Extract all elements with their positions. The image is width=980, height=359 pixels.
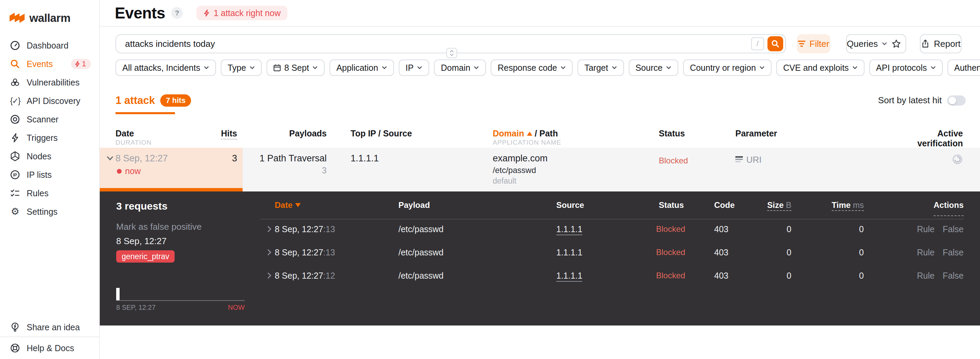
active-verification-icon[interactable] [952,154,963,168]
chevron-down-icon [204,66,209,69]
request-payload: /etc/passwd [398,264,444,287]
header-date[interactable]: Date [275,196,301,215]
search-input[interactable] [116,38,751,49]
filter-chip-source[interactable]: Source [629,59,678,76]
requests-table-header: Date Payload Source Status Code Size B T… [100,196,980,215]
sidebar-item-rules[interactable]: Rules [0,184,99,203]
chevron-down-icon [882,42,887,46]
search-button[interactable] [767,36,783,51]
false-positive-action[interactable]: False [943,217,964,241]
false-positive-action[interactable]: False [943,264,964,287]
queries-label: Queries [847,38,878,49]
rule-action[interactable]: Rule [917,241,934,264]
rule-action[interactable]: Rule [917,264,934,287]
sidebar-item-dashboard[interactable]: Dashboard [0,36,99,55]
header-actions[interactable]: Actions [875,196,964,216]
sort-label: Sort by latest hit [878,95,942,106]
filter-chip-all-attacks[interactable]: All attacks, Incidents [116,59,216,76]
attack-live-indicator: now [117,166,141,176]
request-code: 403 [714,217,729,241]
filter-chip-country[interactable]: Country or region [683,59,772,76]
request-row[interactable]: 8 Sep, 12:27:13 /etc/passwd 1.1.1.1 Bloc… [100,241,980,264]
slash-shortcut-key: / [751,37,764,50]
chevron-down-icon [382,66,387,69]
sidebar-item-settings[interactable]: ⚙ Settings [0,203,99,221]
sort-toggle[interactable] [947,96,966,106]
header-size[interactable]: Size B [750,196,791,215]
collapse-chevron-icon[interactable] [107,156,113,161]
sidebar-item-scanner[interactable]: Scanner [0,110,99,129]
sidebar-item-nodes[interactable]: Nodes [0,147,99,166]
page-title: Events [115,4,165,22]
calendar-icon [274,64,281,72]
filter-chip-ip[interactable]: IP [399,59,430,76]
hexagon-nodes-icon [10,151,21,161]
request-payload: /etc/passwd [398,217,444,241]
toggle-knob [948,97,956,104]
filter-button[interactable]: Filter [797,34,830,53]
sidebar-item-triggers[interactable]: Triggers [0,129,99,147]
queries-dropdown[interactable]: Queries [846,34,888,53]
filter-chip-application[interactable]: Application [329,59,394,76]
expand-chevron-icon[interactable] [267,226,271,233]
help-icon[interactable]: ? [171,7,183,19]
favorite-query-button[interactable] [887,34,906,53]
chevron-down-icon [474,66,479,69]
filter-chip-authentication[interactable]: Authentication [948,59,980,76]
attacks-table-header: Date DURATION Hits Payloads Top IP / Sou… [100,129,980,148]
attack-parameter: URI [735,155,762,165]
help-and-docs-button[interactable]: Help & Docs [0,337,99,359]
sidebar-item-vulnerabilities[interactable]: Vulnerabilities [0,73,99,92]
request-row[interactable]: 8 Sep, 12:27:13 /etc/passwd 1.1.1.1 Bloc… [100,217,980,241]
header-domain-path[interactable]: Domain / Path [493,129,558,139]
share-an-idea-button[interactable]: Share an idea [0,318,99,337]
header-hits[interactable]: Hits [196,129,237,139]
export-icon [921,39,930,49]
filter-chip-domain[interactable]: Domain [434,59,486,76]
chevron-up-icon [449,50,454,53]
attack-top-ip: 1.1.1.1 [351,153,379,164]
live-dot-icon [117,169,122,174]
search-resize-handle[interactable] [446,48,457,58]
sidebar-item-events[interactable]: Events 1 [0,55,99,73]
expand-chevron-icon[interactable] [267,249,271,256]
filter-chip-target[interactable]: Target [578,59,624,76]
header-payloads: Payloads [258,129,327,139]
request-source[interactable]: 1.1.1.1 [556,241,582,264]
expand-chevron-icon[interactable] [267,272,271,279]
header-active-verification: Activeverification [918,129,963,148]
share-an-idea-label: Share an idea [27,322,80,332]
bolt-icon [10,133,21,143]
filter-chip-type[interactable]: Type [221,59,262,76]
false-positive-action[interactable]: False [943,241,964,264]
sidebar-item-label: Events [27,59,52,69]
rule-action[interactable]: Rule [917,217,934,241]
wallarm-logo[interactable]: wallarm [0,0,99,28]
filter-chip-api-protocols[interactable]: API protocols [869,59,943,76]
attack-alert-text: 1 attack right now [213,8,280,18]
sidebar-item-label: Settings [27,207,57,217]
parameter-icon [735,156,743,164]
attack-alert-badge[interactable]: 1 attack right now [196,6,287,20]
lightbulb-icon [10,322,21,332]
request-row[interactable]: 8 Sep, 12:27:12 /etc/passwd 1.1.1.1 Bloc… [100,264,980,287]
filter-chip-cve[interactable]: CVE and exploits [776,59,864,76]
header-time[interactable]: Time ms [823,196,864,215]
sidebar-item-ip-lists[interactable]: IP IP lists [0,166,99,184]
request-source[interactable]: 1.1.1.1 [556,217,582,241]
header-payload: Payload [398,196,430,215]
chevron-down-icon [417,66,422,69]
request-source[interactable]: 1.1.1.1 [556,264,582,287]
axis-now-label: NOW [228,304,245,311]
chevron-down-icon [931,66,936,69]
chevron-down-icon [612,66,617,69]
filter-chip-response-code[interactable]: Response code [491,59,573,76]
sidebar-item-api-discovery[interactable]: {✓} API Discovery [0,92,99,110]
report-button[interactable]: Report [920,34,961,53]
header-date[interactable]: Date [116,129,134,139]
request-date: 8 Sep, 12:27:12 [275,264,335,287]
attack-row[interactable]: 8 Sep, 12:27 now 3 1 Path Traversal 3 1.… [100,148,980,191]
request-status: Blocked [656,264,685,287]
filter-chip-date[interactable]: 8 Sept [267,59,325,76]
attack-count: 1 attack [116,94,155,107]
